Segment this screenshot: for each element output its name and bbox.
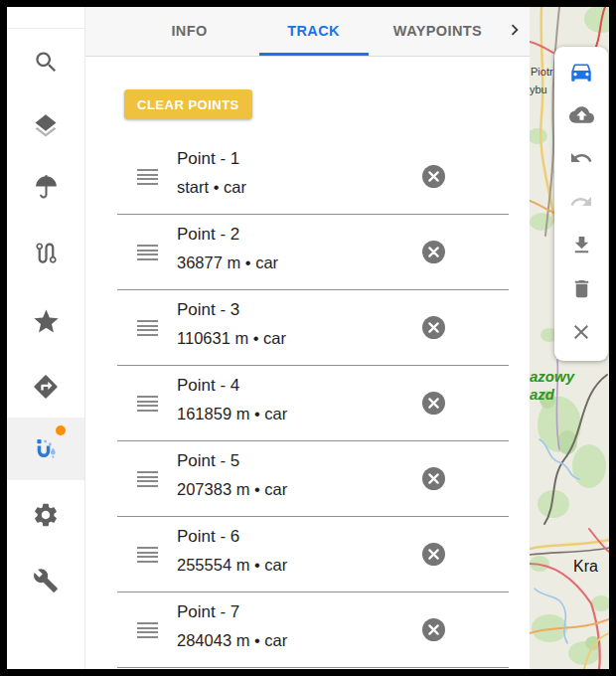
tabs-overflow-button[interactable] [500, 7, 530, 56]
delete-point-button[interactable] [422, 543, 445, 566]
undo-button[interactable] [559, 140, 603, 180]
chevron-right-icon [504, 19, 526, 45]
delete-point-button[interactable] [422, 467, 445, 490]
track-point-row[interactable]: Point - 2 36877 m • car [85, 215, 530, 290]
drag-handle-icon[interactable] [137, 245, 158, 260]
routing-mode-car-button[interactable] [559, 54, 603, 93]
sidebar-item-directions[interactable] [26, 367, 66, 407]
point-subtitle: 207383 m • car [177, 475, 287, 503]
tab-waypoints[interactable]: WAYPOINTS [376, 7, 500, 56]
tab-track-label: TRACK [287, 23, 340, 39]
tab-info[interactable]: INFO [127, 7, 251, 56]
track-point-row[interactable]: Point - 7 284043 m • car [85, 592, 530, 668]
drag-handle-icon[interactable] [137, 622, 158, 638]
point-title: Point - 3 [177, 296, 239, 324]
close-toolbar-button[interactable] [559, 314, 603, 354]
delete-point-button[interactable] [422, 316, 445, 339]
close-icon [569, 320, 593, 348]
car-icon [568, 59, 594, 88]
point-title: Point - 2 [177, 221, 239, 249]
track-map-toolbar [554, 47, 608, 361]
sidebar-item-search[interactable] [26, 42, 66, 82]
track-point-row[interactable]: Point - 6 255554 m • car [85, 517, 530, 592]
layers-icon [32, 112, 60, 140]
notification-dot [56, 425, 66, 435]
drag-handle-icon[interactable] [137, 169, 158, 185]
map-label: azowy [530, 368, 575, 385]
left-sidebar [7, 7, 85, 669]
track-point-row[interactable]: Point - 3 110631 m • car [85, 290, 530, 366]
row-divider [117, 667, 509, 668]
clear-points-button[interactable]: CLEAR POINTS [124, 89, 252, 119]
map-label: Piotr [531, 66, 553, 78]
directions-icon [32, 373, 60, 401]
point-subtitle: 284043 m • car [177, 626, 287, 654]
point-title: Point - 6 [177, 523, 239, 551]
delete-point-button[interactable] [422, 241, 445, 263]
delete-point-button[interactable] [422, 618, 445, 641]
tab-track[interactable]: TRACK [251, 7, 376, 56]
point-subtitle: 161859 m • car [177, 400, 287, 427]
route-icon [33, 240, 60, 266]
point-title: Point - 4 [177, 372, 239, 400]
map-label: azd [530, 386, 555, 403]
cloud-upload-icon [569, 102, 594, 131]
umbrella-icon [33, 174, 60, 201]
point-subtitle: 255554 m • car [177, 551, 287, 579]
point-title: Point - 5 [177, 447, 239, 475]
track-point-row[interactable]: Point - 4 161859 m • car [85, 366, 530, 441]
point-title: Point - 7 [177, 598, 239, 626]
drag-handle-icon[interactable] [137, 396, 158, 412]
sidebar-item-settings[interactable] [26, 495, 66, 535]
redo-button[interactable] [559, 184, 603, 224]
active-tab-underline [259, 53, 369, 56]
track-point-row[interactable]: Point - 5 207383 m • car [85, 441, 530, 517]
delete-point-button[interactable] [422, 165, 445, 188]
track-panel: CLEAR POINTS Point - 1 start • car Point… [85, 57, 530, 669]
delete-point-button[interactable] [422, 392, 445, 415]
drag-handle-icon[interactable] [137, 547, 158, 563]
upload-track-button[interactable] [559, 97, 603, 137]
sidebar-item-umbrella[interactable] [26, 167, 66, 207]
point-subtitle: start • car [177, 173, 246, 201]
sidebar-item-star[interactable] [26, 301, 66, 341]
download-track-button[interactable] [559, 228, 603, 267]
wrench-icon [33, 568, 59, 593]
sidebar-item-tools[interactable] [26, 561, 66, 600]
search-icon [33, 49, 60, 76]
trash-icon [570, 277, 593, 304]
download-icon [570, 234, 593, 260]
map-label: Kra [573, 558, 598, 575]
point-title: Point - 1 [177, 145, 239, 173]
track-edit-icon [32, 433, 60, 461]
redo-icon [569, 190, 593, 218]
sidebar-item-layers[interactable] [26, 106, 66, 146]
delete-track-button[interactable] [559, 270, 603, 310]
sidebar-divider [7, 28, 84, 29]
sidebar-item-route[interactable] [26, 233, 66, 272]
track-point-row[interactable]: Point - 1 start • car [85, 139, 530, 215]
track-points-list: Point - 1 start • car Point - 2 36877 m … [85, 139, 530, 669]
app-window: INFO TRACK WAYPOINTS CLEAR POINTS Point … [7, 7, 609, 669]
star-icon [32, 307, 61, 336]
panel-tabbar: INFO TRACK WAYPOINTS [85, 7, 530, 57]
point-subtitle: 110631 m • car [177, 324, 286, 352]
point-subtitle: 36877 m • car [177, 249, 278, 276]
drag-handle-icon[interactable] [137, 320, 158, 336]
undo-icon [569, 146, 593, 174]
drag-handle-icon[interactable] [137, 471, 158, 487]
map-label: ybu [530, 84, 547, 95]
gear-icon [32, 501, 60, 529]
